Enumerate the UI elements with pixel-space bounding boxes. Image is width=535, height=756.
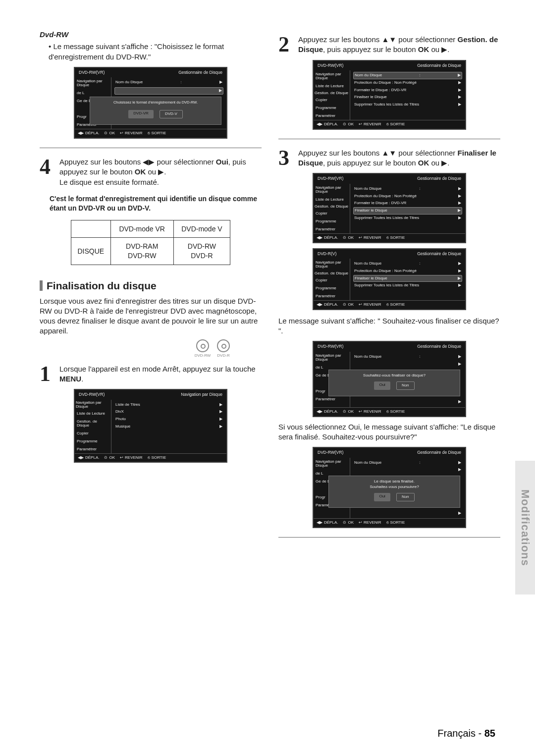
row-nom-hl: Nom du Disque bbox=[355, 73, 382, 78]
step-1: 1 Lorsque l'appareil est en mode Arrêt, … bbox=[40, 364, 262, 384]
divider bbox=[40, 148, 262, 148]
foot-ok: ⊙ OK bbox=[104, 131, 115, 136]
ui-nav-disque: DVD-RW(VR)Navigation par Disque Navigati… bbox=[74, 389, 227, 463]
row-prot: Protection du Disque : Non Protégé bbox=[354, 80, 417, 86]
step-num-1: 1 bbox=[40, 364, 56, 384]
popup-line2: Souhaitez-vous poursuivre? bbox=[333, 485, 456, 490]
btn-dvdvr[interactable]: DVD-VR bbox=[128, 110, 154, 118]
row-nom: Nom du Disque bbox=[115, 80, 143, 85]
btn-oui[interactable]: Oui bbox=[374, 493, 390, 501]
footer-lang: Français bbox=[437, 728, 476, 739]
side-prog: Programme bbox=[75, 437, 111, 445]
step4-extra: Le disque est ensuite formaté. bbox=[59, 177, 262, 187]
row-photo: Photo bbox=[115, 417, 126, 422]
disc-dvdrw-icon: DVD-RW bbox=[194, 339, 211, 359]
row-format: Formater le Disque : DVD-VR bbox=[354, 88, 406, 93]
foot-sortie: ⎋ SORTIE bbox=[148, 131, 166, 136]
ui-finaliser-confirm1: DVD-RW(VR)Gestionnaire de Disque Navigat… bbox=[313, 341, 466, 417]
side-liste: de L bbox=[75, 89, 111, 97]
side-copier: Copier bbox=[75, 430, 111, 437]
finalisation-heading: Finalisation du disque bbox=[40, 279, 262, 293]
right-column: 2 Appuyez sur les boutons ▲▼ pour sélect… bbox=[278, 30, 500, 546]
divider bbox=[278, 139, 500, 139]
step-3: 3 Appuyez sur les boutons ▲▼ pour sélect… bbox=[278, 148, 500, 168]
page-number: 85 bbox=[484, 728, 495, 739]
page-footer: Français - 85 bbox=[437, 728, 495, 739]
ui-finaliser-rv: DVD-R(V)Gestionnaire de Disque Navigatio… bbox=[313, 248, 466, 310]
ui-gestion-disque: DVD-RW(VR)Gestionnaire de Disque Navigat… bbox=[313, 60, 466, 130]
side-tab: Modifications bbox=[515, 461, 535, 594]
left-column: Dvd-RW • Le message suivant s'affiche : … bbox=[40, 30, 262, 546]
ui-disc-type: DVD-RW(VR) bbox=[79, 392, 105, 397]
dvdrw-bullet: • Le message suivant s'affiche : "Choisi… bbox=[40, 42, 262, 62]
disc-dvdr-icon: DVD-R bbox=[215, 339, 232, 359]
side-gestion: Gestion. de Disque bbox=[75, 418, 111, 430]
mode-table: DVD-mode VRDVD-mode V DISQUE DVD-RAMDVD-… bbox=[71, 220, 231, 266]
row-label: DISQUE bbox=[71, 238, 110, 265]
ui-finaliser-vr: DVD-RW(VR)Gestionnaire de Disque Navigat… bbox=[313, 173, 466, 243]
oui-msg: Si vous sélectionnez Oui, le message sui… bbox=[278, 422, 500, 442]
side-nav-hl: Navigation par Disque bbox=[75, 400, 111, 410]
step-num-2: 2 bbox=[278, 35, 295, 55]
side-nav: Navigation par Disque bbox=[75, 77, 111, 89]
divider bbox=[278, 537, 500, 538]
disc-icons: DVD-RW DVD-R bbox=[40, 339, 232, 359]
step-2: 2 Appuyez sur les boutons ▲▼ pour sélect… bbox=[278, 35, 500, 55]
row-divx: DivX bbox=[115, 409, 124, 415]
dvdrw-heading: Dvd-RW bbox=[40, 30, 262, 40]
th-v: DVD-mode V bbox=[173, 220, 230, 238]
row-final-hl: Finaliser le Disque bbox=[355, 208, 387, 214]
row-supp: Supprimer Toutes les Listes de Titres bbox=[354, 102, 419, 108]
row-final: Finaliser le Disque bbox=[354, 95, 387, 100]
ui-title: Navigation par Disque bbox=[181, 392, 222, 397]
btn-dvdv[interactable]: DVD-V bbox=[160, 110, 183, 118]
popup-line1: Le disque sera finalisé. bbox=[333, 479, 456, 485]
btn-oui[interactable]: Oui bbox=[374, 381, 390, 390]
side-param: Paramétrer bbox=[75, 445, 111, 453]
row-musique: Musique bbox=[115, 424, 130, 430]
popup-q: Souhaitez-vous finaliser ce disque? bbox=[333, 373, 456, 378]
btn-non[interactable]: Non bbox=[396, 493, 415, 501]
side-liste: Liste de Lecture bbox=[75, 410, 111, 418]
step-num-3: 3 bbox=[278, 148, 295, 168]
foot-depla: ◀▶ DÉPLA. bbox=[78, 131, 99, 136]
ui-title: Gestionnaire de Disque bbox=[178, 70, 222, 75]
format-note: C'est le format d'enregistrement qui ide… bbox=[50, 194, 262, 213]
ui-finaliser-confirm2: DVD-RW(VR)Gestionnaire de Disque Navigat… bbox=[313, 447, 466, 528]
side-tab-label: Modifications bbox=[519, 489, 532, 566]
ui-format-popup: DVD-RW(VR)Gestionnaire de Disque Navigat… bbox=[74, 67, 227, 139]
row-titres: Liste de Titres bbox=[115, 402, 140, 408]
foot-revenir: ↩ REVENIR bbox=[120, 131, 143, 136]
step-4: 4 Appuyez sur les boutons ◀▶ pour sélect… bbox=[40, 157, 262, 187]
popup-text: Choisissez le format d'enregistrement du… bbox=[94, 100, 217, 105]
side-gestion-hl: Gestion. de Disque bbox=[314, 90, 350, 96]
finalisation-intro: Lorsque vous avez fini d'enregistrer des… bbox=[40, 296, 262, 336]
th-vr: DVD-mode VR bbox=[110, 220, 173, 238]
step-num-4: 4 bbox=[40, 157, 56, 187]
finaliser-msg: Le message suivant s'affiche: " Souhaite… bbox=[278, 316, 500, 336]
btn-non[interactable]: Non bbox=[396, 381, 415, 390]
ui-disc-type: DVD-RW(VR) bbox=[79, 70, 105, 75]
